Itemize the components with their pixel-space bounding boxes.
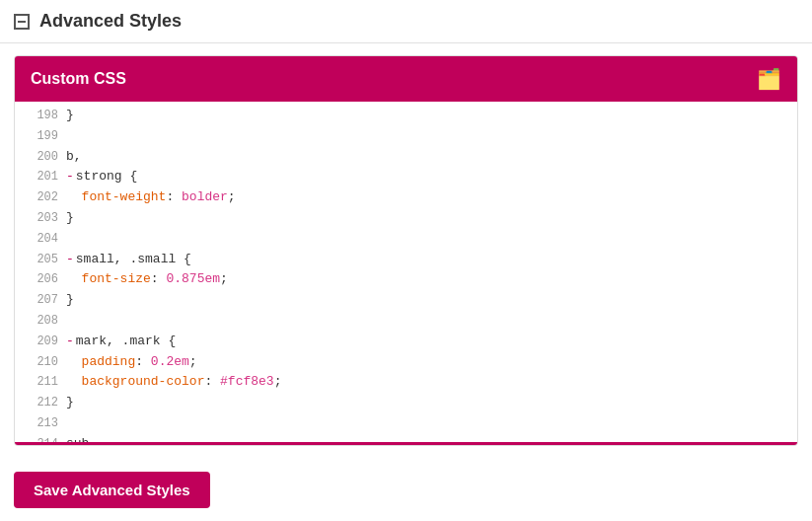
line-number: 211 bbox=[23, 373, 58, 392]
line-number: 200 bbox=[23, 148, 58, 167]
line-content bbox=[66, 311, 74, 332]
line-number: 201 bbox=[23, 168, 58, 186]
custom-css-panel: Custom CSS 🗂️ 198 } 199 200 b, 201 - bbox=[14, 55, 798, 446]
line-number: 204 bbox=[23, 230, 58, 249]
line-content bbox=[66, 413, 74, 434]
line-content: b, bbox=[66, 147, 82, 168]
panel-title: Custom CSS bbox=[31, 70, 126, 88]
code-line: 209 - mark, .mark { bbox=[15, 332, 797, 352]
line-content: small, .small { bbox=[76, 250, 191, 270]
line-number: 209 bbox=[23, 333, 58, 351]
line-content: strong { bbox=[76, 167, 137, 187]
code-line: 203 } bbox=[15, 208, 797, 229]
line-number: 205 bbox=[23, 251, 58, 269]
line-number: 208 bbox=[23, 312, 58, 331]
code-line: 214 sub, bbox=[15, 434, 797, 442]
footer: Save Advanced Styles bbox=[0, 458, 812, 521]
code-line: 202 font-weight: bolder; bbox=[15, 187, 797, 208]
panel-header: Custom CSS 🗂️ bbox=[15, 56, 797, 102]
code-line: 210 padding: 0.2em; bbox=[15, 352, 797, 373]
code-line: 212 } bbox=[15, 393, 797, 413]
line-number: 198 bbox=[23, 107, 58, 125]
line-content: } bbox=[66, 106, 74, 126]
line-number: 210 bbox=[23, 353, 58, 372]
line-number: 202 bbox=[23, 188, 58, 207]
line-content: font-size: 0.875em; bbox=[66, 269, 228, 290]
line-content bbox=[66, 126, 74, 147]
line-content: } bbox=[66, 290, 74, 311]
line-content: padding: 0.2em; bbox=[66, 352, 197, 373]
line-content: sub, bbox=[66, 434, 97, 442]
minus-indicator: - bbox=[66, 167, 74, 187]
code-line: 206 font-size: 0.875em; bbox=[15, 269, 797, 290]
code-line: 200 b, bbox=[15, 147, 797, 168]
page-header: Advanced Styles bbox=[0, 0, 812, 43]
folder-icon[interactable]: 🗂️ bbox=[757, 67, 781, 91]
line-number: 203 bbox=[23, 209, 58, 228]
line-content: background-color: #fcf8e3; bbox=[66, 372, 281, 393]
line-content: } bbox=[66, 208, 74, 229]
code-area[interactable]: 198 } 199 200 b, 201 - strong { 202 bbox=[15, 102, 797, 442]
code-line: 204 bbox=[15, 229, 797, 250]
line-content bbox=[66, 229, 74, 250]
code-line: 201 - strong { bbox=[15, 167, 797, 187]
line-number: 199 bbox=[23, 127, 58, 146]
line-number: 206 bbox=[23, 270, 58, 289]
code-line: 205 - small, .small { bbox=[15, 250, 797, 270]
page-title: Advanced Styles bbox=[39, 11, 182, 32]
line-content: } bbox=[66, 393, 74, 413]
minus-indicator: - bbox=[66, 250, 74, 270]
minus-indicator: - bbox=[66, 332, 74, 352]
code-line: 211 background-color: #fcf8e3; bbox=[15, 372, 797, 393]
code-line: 213 bbox=[15, 413, 797, 434]
line-number: 213 bbox=[23, 414, 58, 433]
window-icon bbox=[14, 14, 30, 30]
line-content: mark, .mark { bbox=[76, 332, 176, 352]
code-line: 199 bbox=[15, 126, 797, 147]
code-line: 208 bbox=[15, 311, 797, 332]
save-advanced-styles-button[interactable]: Save Advanced Styles bbox=[14, 472, 210, 508]
line-number: 214 bbox=[23, 435, 58, 442]
main-content: Custom CSS 🗂️ 198 } 199 200 b, 201 - bbox=[0, 43, 812, 458]
line-number: 207 bbox=[23, 291, 58, 310]
code-line: 207 } bbox=[15, 290, 797, 311]
code-line: 198 } bbox=[15, 106, 797, 126]
line-content: font-weight: bolder; bbox=[66, 187, 236, 208]
line-number: 212 bbox=[23, 394, 58, 412]
